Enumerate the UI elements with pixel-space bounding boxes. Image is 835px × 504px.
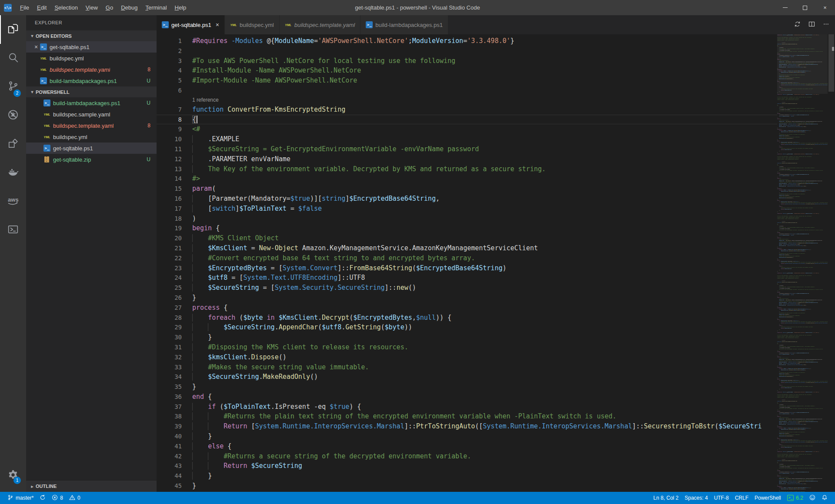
code-line[interactable]: 42 #Returns a secure string of the decry… [157, 451, 777, 461]
menu-go[interactable]: Go [102, 0, 117, 15]
code-line[interactable]: 21 $KmsClient = New-Object Amazon.KeyMan… [157, 243, 777, 253]
status-feedback[interactable] [806, 492, 818, 504]
code-line[interactable]: 39 Return [System.Runtime.InteropService… [157, 421, 777, 431]
menu-view[interactable]: View [82, 0, 102, 15]
activity-debug[interactable] [0, 101, 26, 130]
file-item[interactable]: >_build-lambdapackages.ps1U [26, 75, 157, 86]
code-line[interactable]: 45} [157, 481, 777, 491]
code-line[interactable]: 12 .PARAMETER envVarName [157, 154, 777, 164]
code-line[interactable]: 44 } [157, 471, 777, 481]
code-line[interactable]: 1#Requires -Modules @{ModuleName='AWSPow… [157, 36, 777, 46]
code-line[interactable]: 20 #KMS Client Object [157, 233, 777, 243]
code-line[interactable]: 6 [777, 398, 828, 399]
file-item[interactable]: YMLbuildspec.sample.yaml [26, 109, 157, 120]
code-line[interactable]: 25 $SecureString = [System.Security.Secu… [157, 283, 777, 293]
status-notifications[interactable] [818, 492, 831, 504]
status-language-mode[interactable]: PowerShell [752, 492, 784, 504]
code-line[interactable]: 32 $kmsClient.Dispose() [157, 352, 777, 362]
status-eol[interactable]: CRLF [732, 492, 752, 504]
code-line[interactable]: 10 .EXAMPLE [157, 134, 777, 144]
manage-button[interactable]: 1 [0, 463, 26, 488]
code-line[interactable]: 31 #Disposing the KMS client to release … [157, 342, 777, 352]
status-sync[interactable] [37, 492, 49, 504]
code-line[interactable]: 6 [777, 219, 828, 221]
code-line[interactable]: 26} [157, 293, 777, 303]
code-line[interactable]: 46 [157, 491, 777, 492]
vertical-scrollbar[interactable] [828, 34, 835, 492]
status-errors[interactable]: 8 [49, 492, 66, 504]
activity-files[interactable] [0, 15, 26, 44]
code-line[interactable]: 24 $utf8 = [System.Text.UTF8Encoding]::U… [157, 273, 777, 283]
file-item[interactable]: YMLbuildspec.template.yaml8 [26, 64, 157, 75]
code-line[interactable]: 15param( [157, 184, 777, 194]
minimap[interactable]: 1#Requires -Modules @{ModuleName='AWSPow… [777, 34, 828, 492]
activity-source-control[interactable]: 2 [0, 73, 26, 101]
folder-header[interactable]: ▾ POWERSHELL [26, 86, 157, 97]
code-line[interactable]: 17 [switch]$ToPlainText = $false [157, 204, 777, 214]
code-line[interactable]: 23 $EncryptedBytes = [System.Convert]::F… [157, 263, 777, 273]
scrollbar-thumb[interactable] [828, 34, 834, 92]
file-item[interactable]: get-sqltable.zipU [26, 154, 157, 165]
editor[interactable]: 1#Requires -Modules @{ModuleName='AWSPow… [157, 34, 835, 492]
code-line[interactable]: 11 $SecureString = Get-EncryptedEnvironm… [157, 144, 777, 154]
file-item[interactable]: >_get-sqltable.ps1 [26, 143, 157, 154]
code-line[interactable]: 6 [777, 41, 828, 42]
menu-terminal[interactable]: Terminal [141, 0, 170, 15]
tab-buildspec.yml[interactable]: YMLbuildspec.yml [225, 15, 280, 34]
code-line[interactable]: 2 [157, 46, 777, 56]
tab-get-sqltable.ps1[interactable]: >_get-sqltable.ps1× [157, 15, 225, 34]
code-line[interactable]: 6 [777, 279, 828, 280]
status-warnings[interactable]: 0 [66, 492, 84, 504]
code-line[interactable]: 22 #Convert encrypted base 64 text strin… [157, 253, 777, 263]
code-line[interactable]: 43 Return $SecureString [157, 461, 777, 471]
activity-aws[interactable]: aws [0, 187, 26, 216]
menu-debug[interactable]: Debug [117, 0, 141, 15]
code-line[interactable]: 35} [157, 382, 777, 392]
file-item[interactable]: YMLbuildspec.yml [26, 53, 157, 64]
menu-edit[interactable]: Edit [33, 0, 50, 15]
code-line[interactable]: 6 [777, 338, 828, 340]
tab-build-lambdapackages.ps1[interactable]: >_build-lambdapackages.ps1 [361, 15, 448, 34]
split-editor-icon[interactable] [808, 20, 815, 30]
code-line[interactable]: 6 [777, 458, 828, 459]
code-line[interactable]: 7function ConvertFrom-KmsEncryptedString [157, 105, 777, 115]
close-icon[interactable]: × [216, 21, 219, 28]
code-line[interactable]: 5#Import-Module -Name AWSPowerShell.NetC… [157, 76, 777, 86]
code-line[interactable]: 19begin { [157, 223, 777, 233]
code-area[interactable]: 1#Requires -Modules @{ModuleName='AWSPow… [157, 34, 777, 492]
tab-buildspec.template.yaml[interactable]: YMLbuildspec.template.yaml [280, 15, 361, 34]
code-line[interactable]: 14#> [157, 174, 777, 184]
more-actions-icon[interactable] [822, 20, 830, 30]
status-indentation[interactable]: Spaces: 4 [681, 492, 711, 504]
code-line[interactable]: 38 #Returns the plain text string of the… [157, 411, 777, 421]
codelens-reference[interactable]: 1 reference [157, 96, 777, 105]
close-button[interactable]: × [815, 0, 835, 15]
code-line[interactable]: 37 if ($ToPlainText.IsPresent -eq $true)… [157, 402, 777, 412]
sync-changes-icon[interactable] [794, 20, 801, 30]
maximize-button[interactable] [795, 0, 815, 15]
activity-search[interactable] [0, 44, 26, 73]
code-line[interactable]: 30 } [157, 332, 777, 342]
code-line[interactable]: 36end { [157, 392, 777, 402]
code-line[interactable]: 28 foreach ($byte in $KmsClient.Decrypt(… [157, 313, 777, 323]
open-editors-header[interactable]: ▾ OPEN EDITORS [26, 30, 157, 41]
status-git-branch[interactable]: master* [4, 492, 37, 504]
code-line[interactable]: 6 [157, 86, 777, 96]
close-icon[interactable]: × [32, 43, 40, 50]
code-line[interactable]: 9<# [157, 124, 777, 134]
code-line[interactable]: 6 [777, 100, 828, 102]
code-line[interactable]: 40 } [157, 431, 777, 441]
file-item[interactable]: YMLbuildspec.yml [26, 131, 157, 143]
code-line[interactable]: 33 #Makes the secure string value immuta… [157, 362, 777, 372]
code-line[interactable]: 4#Install-Module -Name AWSPowerShell.Net… [157, 66, 777, 76]
menu-selection[interactable]: Selection [50, 0, 81, 15]
code-line[interactable]: 6 [777, 160, 828, 161]
minimize-button[interactable] [775, 0, 795, 15]
code-line[interactable]: 18) [157, 214, 777, 224]
code-line[interactable]: 27process { [157, 303, 777, 313]
code-line[interactable]: 41 else { [157, 441, 777, 451]
activity-docker[interactable] [0, 159, 26, 187]
file-item[interactable]: ×>_get-sqltable.ps1 [26, 41, 157, 53]
code-line[interactable]: 34 $SecureString.MakeReadOnly() [157, 372, 777, 382]
outline-section[interactable]: ▸ OUTLINE [26, 480, 157, 492]
